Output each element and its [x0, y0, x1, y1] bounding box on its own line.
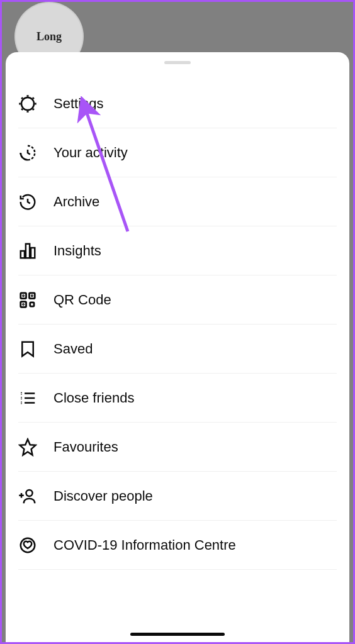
gear-icon [18, 94, 54, 113]
qr-code-icon [18, 291, 54, 309]
svg-point-8 [23, 295, 24, 296]
menu-label: Saved [54, 341, 93, 357]
close-friends-list-icon [18, 389, 54, 408]
bottom-sheet: Settings Your activity Archive [6, 52, 349, 642]
history-icon [18, 192, 54, 211]
menu-label: Insights [54, 243, 101, 259]
avatar-label: Long [37, 30, 62, 43]
menu-label: QR Code [54, 292, 111, 308]
menu-item-settings[interactable]: Settings [18, 79, 337, 128]
activity-clock-icon [18, 143, 54, 162]
svg-rect-3 [31, 248, 35, 258]
menu-item-close-friends[interactable]: Close friends [18, 374, 337, 423]
menu-label: Favourites [54, 439, 118, 455]
menu-label: Your activity [54, 145, 128, 161]
menu-label: Settings [54, 96, 104, 112]
heart-badge-icon [18, 536, 54, 555]
menu-item-archive[interactable]: Archive [18, 177, 337, 226]
menu-item-qrcode[interactable]: QR Code [18, 275, 337, 325]
star-icon [18, 438, 54, 457]
menu-label: Discover people [54, 488, 153, 504]
menu-list: Settings Your activity Archive [6, 79, 349, 570]
menu-item-discover-people[interactable]: Discover people [18, 472, 337, 521]
svg-rect-2 [26, 243, 30, 258]
svg-point-9 [31, 295, 32, 296]
drag-handle[interactable] [164, 61, 191, 64]
svg-point-10 [23, 304, 24, 304]
svg-rect-1 [21, 251, 25, 258]
menu-label: Close friends [54, 390, 134, 406]
menu-label: Archive [54, 194, 99, 210]
add-person-icon [18, 487, 54, 506]
svg-point-0 [21, 97, 34, 110]
menu-item-saved[interactable]: Saved [18, 325, 337, 374]
menu-item-activity[interactable]: Your activity [18, 128, 337, 177]
home-indicator[interactable] [130, 633, 225, 636]
menu-label: COVID-19 Information Centre [54, 537, 236, 553]
menu-item-favourites[interactable]: Favourites [18, 423, 337, 472]
bar-chart-icon [18, 242, 54, 260]
svg-point-11 [26, 490, 33, 496]
menu-item-covid[interactable]: COVID-19 Information Centre [18, 521, 337, 570]
bookmark-icon [18, 340, 54, 358]
menu-item-insights[interactable]: Insights [18, 226, 337, 275]
svg-rect-7 [30, 302, 34, 306]
svg-point-12 [21, 538, 35, 552]
